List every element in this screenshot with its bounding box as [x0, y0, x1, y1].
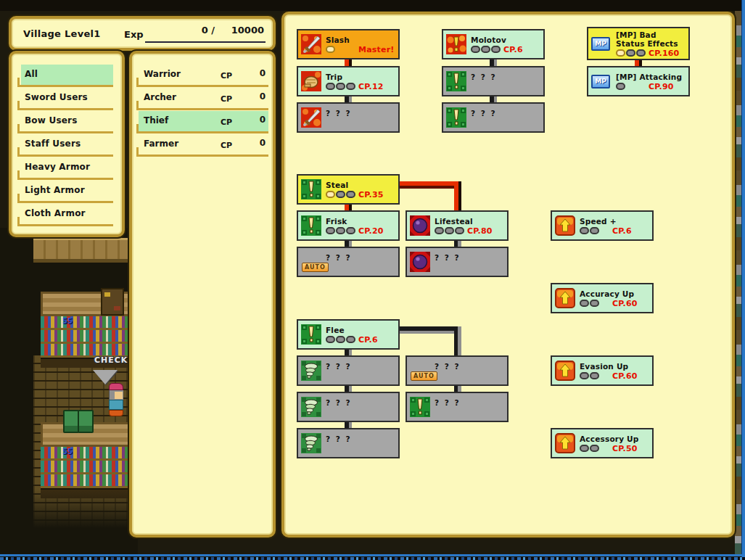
- rank-pill: [636, 49, 646, 57]
- skill-title: ? ? ?: [471, 109, 540, 118]
- skill-node-unknown-sword[interactable]: ? ? ?: [297, 102, 400, 133]
- arrow-icon: [555, 288, 575, 308]
- skill-cost: Master!: [358, 45, 394, 54]
- bookshelf-frame: [41, 422, 131, 447]
- filter-item-cloth-armor[interactable]: Cloth Armor: [17, 203, 116, 226]
- skill-cost: CP.35: [358, 190, 384, 199]
- header-panel: Village Level1 Exp 0 / 10000: [9, 16, 276, 51]
- skill-title: ? ? ?: [326, 362, 395, 371]
- rank-pill: [616, 49, 625, 57]
- orb-icon: [410, 215, 430, 236]
- exclaim-icon: [446, 71, 466, 91]
- skill-cost: CP.20: [358, 226, 384, 236]
- rank-pill: [336, 336, 345, 343]
- sword-icon: [301, 107, 321, 128]
- skill-progress-row: CP.6: [471, 46, 540, 54]
- skill-node-unknown-orb[interactable]: ? ? ?: [406, 247, 509, 277]
- filter-item-label: Bow Users: [25, 115, 78, 125]
- skill-progress-row: CP.20: [326, 227, 395, 235]
- skill-title: ? ? ?: [326, 435, 395, 443]
- skill-node-mp-bad-status[interactable]: MP[MP] Bad Status EffectsCP.160: [587, 27, 690, 60]
- filter-list: AllSword UsersBow UsersStaff UsersHeavy …: [17, 64, 116, 226]
- skill-node-unknown-t1[interactable]: ? ? ?: [297, 355, 400, 386]
- skill-node-steal[interactable]: StealCP.35: [297, 174, 400, 205]
- skill-progress-row: [435, 372, 504, 380]
- skill-node-flee[interactable]: FleeCP.6: [297, 319, 400, 350]
- skill-progress-row: Master!: [326, 46, 395, 54]
- skill-node-unknown-m2[interactable]: ? ? ?: [442, 102, 545, 133]
- class-row-farmer[interactable]: FarmerCP0: [136, 133, 271, 157]
- book-row: 55: [41, 316, 131, 330]
- skill-node-frisk[interactable]: FriskCP.20: [297, 210, 400, 241]
- skill-progress-row: [326, 372, 395, 380]
- class-row-archer[interactable]: ArcherCP0: [136, 87, 271, 110]
- rank-pill: [336, 191, 345, 198]
- exp-underline: [145, 41, 266, 43]
- exp-label: Exp: [124, 29, 144, 40]
- skill-node-unknown-auto2[interactable]: ? ? ?AUTO: [406, 355, 509, 386]
- book-row: [41, 330, 131, 344]
- filter-item-staff-users[interactable]: Staff Users: [17, 133, 116, 157]
- filter-item-heavy-armor[interactable]: Heavy Armor: [17, 157, 116, 180]
- green-bench: [63, 410, 79, 433]
- filter-item-label: All: [25, 69, 38, 79]
- class-row-thief[interactable]: ThiefCP0: [136, 110, 271, 133]
- cp-value: 0: [260, 68, 266, 78]
- tree-connector: [399, 181, 461, 189]
- skill-cost: CP.50: [612, 444, 638, 453]
- rank-pill: [590, 372, 599, 379]
- skill-node-unknown-t2[interactable]: ? ? ?: [297, 392, 400, 422]
- book-row: [41, 474, 131, 488]
- auto-badge: AUTO: [411, 371, 437, 381]
- cp-label: CP: [221, 71, 232, 81]
- skill-node-unknown-t3[interactable]: ? ? ?: [297, 428, 400, 458]
- skill-node-unknown-excl[interactable]: ? ? ?: [406, 392, 509, 422]
- skill-title: Trip: [326, 73, 395, 81]
- filter-item-all[interactable]: All: [17, 64, 116, 87]
- skill-title: Flee: [326, 326, 395, 334]
- skill-title: ? ? ?: [471, 73, 540, 81]
- rank-pill: [481, 46, 490, 53]
- rank-pill: [326, 46, 335, 53]
- skill-progress-row: [471, 119, 540, 127]
- rank-pill: [346, 83, 355, 90]
- skill-cost: CP.160: [649, 49, 679, 58]
- skill-node-mp-attacking[interactable]: MP[MP] AttackingCP.90: [587, 66, 690, 96]
- skill-node-accessory-up[interactable]: Accessory UpCP.50: [551, 428, 654, 458]
- skill-node-trip[interactable]: TripCP.12: [297, 66, 400, 96]
- filter-item-light-armor[interactable]: Light Armor: [17, 180, 116, 203]
- class-row-warrior[interactable]: WarriorCP0: [136, 64, 271, 87]
- molotov-icon: [446, 34, 466, 54]
- skill-node-lifesteal[interactable]: LifestealCP.80: [406, 210, 509, 241]
- cp-label: CP: [221, 94, 232, 104]
- skill-title: ? ? ?: [435, 362, 504, 371]
- exp-max-value: 10000: [207, 25, 264, 36]
- skill-cost: CP.6: [358, 335, 378, 345]
- scene-shadow: [0, 489, 138, 560]
- tree-connector: [399, 326, 461, 334]
- rank-pill: [336, 83, 345, 90]
- skill-node-molotov[interactable]: MolotovCP.6: [442, 29, 545, 59]
- filter-item-bow-users[interactable]: Bow Users: [17, 110, 116, 133]
- check-tooltip: CHECK: [94, 355, 128, 365]
- skill-title: Accessory Up: [580, 435, 649, 443]
- rank-pill: [326, 191, 335, 198]
- skill-progress-row: [326, 408, 395, 416]
- filter-panel: AllSword UsersBow UsersStaff UsersHeavy …: [9, 51, 125, 237]
- bookshelf-frame: [41, 292, 131, 316]
- shelf-number-label: 55: [62, 448, 73, 456]
- skill-title: ? ? ?: [326, 398, 395, 407]
- skill-progress-row: CP.50: [580, 445, 649, 453]
- skill-cost: CP.80: [467, 226, 493, 236]
- shelf-cubby: [101, 288, 124, 316]
- skill-node-slash[interactable]: SlashMaster!: [297, 29, 400, 59]
- skill-node-unknown-m1[interactable]: ? ? ?: [442, 66, 545, 96]
- skill-node-speed-plus[interactable]: Speed +CP.6: [551, 210, 654, 241]
- arrow-icon: [555, 215, 575, 236]
- skill-cost: CP.60: [612, 299, 638, 308]
- skill-node-accuracy-up[interactable]: Accuracy UpCP.60: [551, 283, 654, 313]
- filter-item-sword-users[interactable]: Sword Users: [17, 87, 116, 110]
- skill-node-unknown-auto1[interactable]: ? ? ?AUTO: [297, 247, 400, 277]
- skill-node-evasion-up[interactable]: Evasion UpCP.60: [551, 355, 654, 386]
- rank-pill: [346, 227, 355, 234]
